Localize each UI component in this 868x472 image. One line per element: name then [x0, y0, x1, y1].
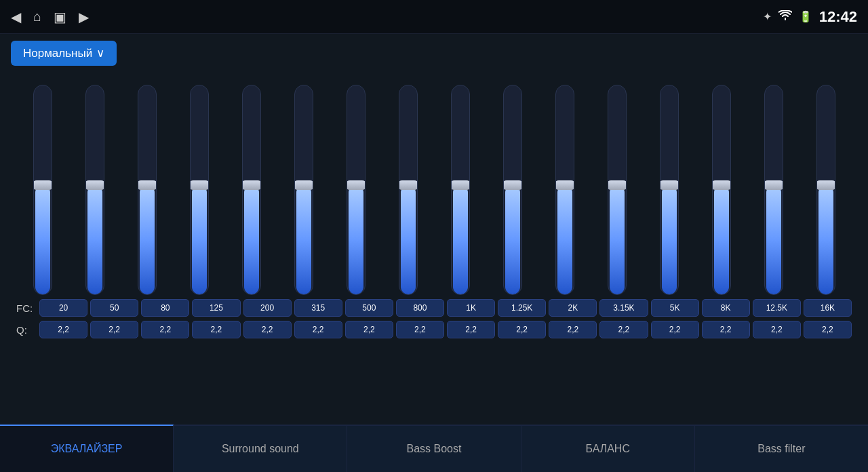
slider-track-80[interactable] [138, 85, 157, 295]
eq-band-315 [277, 85, 330, 295]
fc-btn-200[interactable]: 200 [243, 299, 292, 317]
slider-track-5K[interactable] [660, 85, 679, 295]
eq-band-12.5K [747, 85, 800, 295]
q-btn-2[interactable]: 2,2 [141, 321, 189, 338]
nav-tab-surround-sound[interactable]: Surround sound [174, 426, 347, 472]
slider-track-1.25K[interactable] [503, 85, 522, 295]
slider-handle-800[interactable] [399, 180, 418, 190]
slider-fill-80 [140, 185, 155, 294]
eq-band-3.15K [591, 85, 643, 295]
flag-icon[interactable]: ▶ [79, 9, 89, 25]
eq-sliders-container [11, 71, 857, 295]
q-btn-11[interactable]: 2,2 [599, 321, 648, 338]
fc-btn-16K[interactable]: 16K [804, 299, 852, 317]
q-btn-4[interactable]: 2,2 [243, 321, 292, 338]
q-btn-9[interactable]: 2,2 [498, 321, 546, 338]
fc-btn-315[interactable]: 315 [294, 299, 342, 317]
status-indicators: ✦ 🔋 12:42 [763, 8, 857, 26]
nav-tab-bass-filter[interactable]: Bass filter [695, 426, 868, 472]
q-btn-6[interactable]: 2,2 [345, 321, 393, 338]
slider-fill-125 [192, 185, 207, 294]
slider-handle-2K[interactable] [555, 180, 574, 190]
eq-band-8K [695, 85, 747, 295]
slider-track-800[interactable] [399, 85, 418, 295]
fc-btn-12.5K[interactable]: 12.5K [753, 299, 801, 317]
slider-track-2K[interactable] [555, 85, 574, 295]
q-btn-15[interactable]: 2,2 [804, 321, 852, 338]
fc-btn-800[interactable]: 800 [396, 299, 444, 317]
fc-btn-20[interactable]: 20 [39, 299, 87, 317]
eq-band-2K [538, 85, 591, 295]
q-btn-14[interactable]: 2,2 [753, 321, 801, 338]
slider-track-500[interactable] [347, 85, 366, 295]
fc-btn-3.15K[interactable]: 3.15K [599, 299, 648, 317]
fc-btn-80[interactable]: 80 [141, 299, 189, 317]
slider-track-8K[interactable] [712, 85, 731, 295]
slider-handle-8K[interactable] [712, 180, 731, 190]
slider-track-12.5K[interactable] [764, 85, 783, 295]
q-btn-12[interactable]: 2,2 [651, 321, 699, 338]
slider-handle-315[interactable] [294, 180, 313, 190]
slider-handle-20[interactable] [33, 180, 52, 190]
q-btn-5[interactable]: 2,2 [294, 321, 342, 338]
slider-handle-12.5K[interactable] [764, 180, 783, 190]
status-bar: ◀ ⌂ ▣ ▶ ✦ 🔋 12:42 [0, 0, 868, 34]
eq-band-1.25K [486, 85, 538, 295]
nav-tab-эквалайзер[interactable]: ЭКВАЛАЙЗЕР [0, 425, 174, 472]
eq-band-20 [16, 85, 68, 295]
slider-handle-16K[interactable] [816, 180, 835, 190]
slider-fill-3.15K [610, 185, 625, 294]
back-icon[interactable]: ◀ [11, 9, 21, 25]
fc-btn-8K[interactable]: 8K [702, 299, 750, 317]
slider-track-16K[interactable] [816, 85, 835, 295]
slider-fill-20 [35, 185, 50, 294]
fc-label: FC: [16, 302, 37, 314]
slider-track-1K[interactable] [451, 85, 470, 295]
preset-label: Нормальный [23, 47, 92, 60]
fc-values: 2050801252003155008001K1.25K2K3.15K5K8K1… [39, 299, 852, 317]
slider-track-200[interactable] [242, 85, 261, 295]
fc-btn-2K[interactable]: 2K [549, 299, 597, 317]
fc-btn-1.25K[interactable]: 1.25K [498, 299, 546, 317]
q-btn-7[interactable]: 2,2 [396, 321, 444, 338]
q-btn-3[interactable]: 2,2 [192, 321, 240, 338]
slider-handle-80[interactable] [138, 180, 157, 190]
slider-track-315[interactable] [294, 85, 313, 295]
slider-handle-1.25K[interactable] [503, 180, 522, 190]
slider-handle-1K[interactable] [451, 180, 470, 190]
slider-handle-5K[interactable] [660, 180, 679, 190]
nav-controls: ◀ ⌂ ▣ ▶ [11, 9, 89, 25]
time-display: 12:42 [819, 8, 857, 26]
fc-row: FC: 2050801252003155008001K1.25K2K3.15K5… [16, 299, 852, 317]
eq-band-80 [121, 85, 173, 295]
fc-btn-500[interactable]: 500 [345, 299, 393, 317]
fc-btn-5K[interactable]: 5K [651, 299, 699, 317]
slider-handle-200[interactable] [242, 180, 261, 190]
q-btn-13[interactable]: 2,2 [702, 321, 750, 338]
slider-handle-500[interactable] [347, 180, 366, 190]
slider-track-20[interactable] [33, 85, 52, 295]
q-btn-10[interactable]: 2,2 [549, 321, 597, 338]
fc-btn-125[interactable]: 125 [192, 299, 240, 317]
slider-track-50[interactable] [85, 85, 104, 295]
fc-btn-1K[interactable]: 1K [447, 299, 495, 317]
slider-fill-1K [453, 185, 468, 294]
q-btn-8[interactable]: 2,2 [447, 321, 495, 338]
slider-fill-200 [244, 185, 259, 294]
nav-tab-bass-boost[interactable]: Bass Boost [347, 426, 521, 472]
slider-handle-50[interactable] [85, 180, 104, 190]
params-section: FC: 2050801252003155008001K1.25K2K3.15K5… [11, 295, 857, 338]
slider-fill-315 [296, 185, 311, 294]
slider-track-125[interactable] [190, 85, 209, 295]
home-icon[interactable]: ⌂ [33, 9, 41, 24]
q-btn-0[interactable]: 2,2 [39, 321, 87, 338]
q-btn-1[interactable]: 2,2 [90, 321, 138, 338]
preset-button[interactable]: Нормальный ∨ [11, 41, 117, 66]
slider-handle-3.15K[interactable] [608, 180, 627, 190]
nav-tab-баланс[interactable]: БАЛАНС [521, 426, 695, 472]
slider-track-3.15K[interactable] [608, 85, 627, 295]
slider-handle-125[interactable] [190, 180, 209, 190]
window-icon[interactable]: ▣ [54, 9, 66, 25]
fc-btn-50[interactable]: 50 [90, 299, 138, 317]
slider-fill-50 [87, 185, 102, 294]
